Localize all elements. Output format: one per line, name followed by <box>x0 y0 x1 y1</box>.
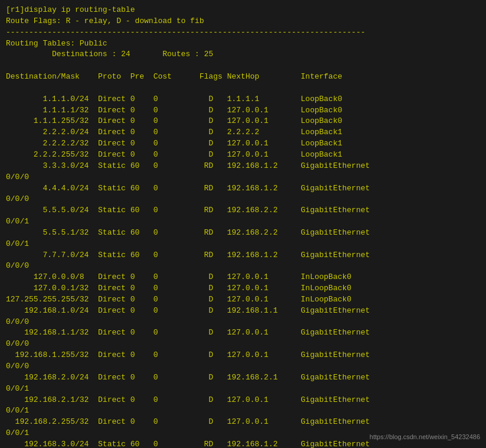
terminal-line: 0/0/0 <box>6 362 29 371</box>
terminal-line: 127.0.0.1/32 Direct 0 0 D 127.0.0.1 InLo… <box>6 284 351 293</box>
terminal-line: 0/0/1 <box>6 217 29 226</box>
terminal-line: 0/0/1 <box>6 384 29 393</box>
terminal-line: 1.1.1.0/24 Direct 0 0 D 1.1.1.1 LoopBack… <box>6 95 343 103</box>
terminal-line: 127.0.0.0/8 Direct 0 0 D 127.0.0.1 InLoo… <box>6 272 351 281</box>
terminal-line: 3.3.3.0/24 Static 60 0 RD 192.168.1.2 Gi… <box>6 161 370 170</box>
terminal-line: Destinations : 24 Routes : 25 <box>6 50 213 59</box>
terminal-line: 2.2.2.0/24 Direct 0 0 D 2.2.2.2 LoopBack… <box>6 128 343 137</box>
terminal-line: Routing Tables: Public <box>6 39 107 48</box>
terminal-line: 5.5.5.1/32 Static 60 0 RD 192.168.2.2 Gi… <box>6 228 370 237</box>
terminal-line: 0/0/0 <box>6 194 29 203</box>
terminal-line: 0/0/0 <box>6 339 29 348</box>
terminal-line: 5.5.5.0/24 Static 60 0 RD 192.168.2.2 Gi… <box>6 206 370 215</box>
terminal-line: 192.168.3.0/24 Static 60 0 RD 192.168.1.… <box>6 440 370 448</box>
terminal-line: 192.168.1.255/32 Direct 0 0 D 127.0.0.1 … <box>6 350 370 359</box>
terminal-line: 7.7.7.0/24 Static 60 0 RD 192.168.1.2 Gi… <box>6 251 370 259</box>
terminal-line: 2.2.2.255/32 Direct 0 0 D 127.0.0.1 Loop… <box>6 150 343 159</box>
terminal-line: 1.1.1.1/32 Direct 0 0 D 127.0.0.1 LoopBa… <box>6 106 343 115</box>
terminal-line: 127.255.255.255/32 Direct 0 0 D 127.0.0.… <box>6 295 351 304</box>
terminal-line: 192.168.1.0/24 Direct 0 0 D 192.168.1.1 … <box>6 306 370 315</box>
terminal-line: 192.168.1.1/32 Direct 0 0 D 127.0.0.1 Gi… <box>6 328 370 337</box>
terminal-line: 1.1.1.255/32 Direct 0 0 D 127.0.0.1 Loop… <box>6 116 343 125</box>
terminal-line: 0/0/0 <box>6 261 29 270</box>
terminal-line: Destination/Mask Proto Pre Cost Flags Ne… <box>6 72 343 81</box>
terminal-output: [r1]display ip routing-table Route Flags… <box>6 5 480 448</box>
terminal-line: 192.168.2.1/32 Direct 0 0 D 127.0.0.1 Gi… <box>6 395 370 404</box>
terminal-line: [r1]display ip routing-table <box>6 5 135 14</box>
terminal-line: Route Flags: R - relay, D - download to … <box>6 17 204 25</box>
terminal-line: 0/0/1 <box>6 406 29 415</box>
terminal-line: 0/0/0 <box>6 317 29 326</box>
terminal-line: 0/0/1 <box>6 239 29 248</box>
watermark: https://blog.csdn.net/weixin_54232486 <box>370 433 480 442</box>
terminal-line: ----------------------------------------… <box>6 28 366 37</box>
terminal-line: 192.168.2.255/32 Direct 0 0 D 127.0.0.1 … <box>6 417 370 426</box>
terminal-line: 0/0/0 <box>6 173 29 181</box>
terminal-line: 4.4.4.0/24 Static 60 0 RD 192.168.1.2 Gi… <box>6 184 370 193</box>
terminal-line: 192.168.2.0/24 Direct 0 0 D 192.168.2.1 … <box>6 373 370 382</box>
terminal-line: 2.2.2.2/32 Direct 0 0 D 127.0.0.1 LoopBa… <box>6 139 343 148</box>
terminal-line: 0/0/1 <box>6 428 29 437</box>
